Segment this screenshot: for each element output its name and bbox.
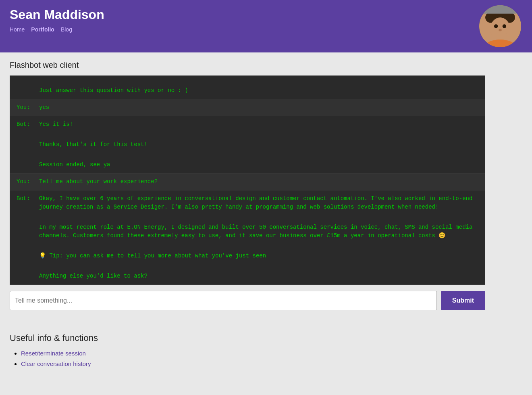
- chat-sender: Bot:: [17, 194, 39, 211]
- chat-continuation: Just answer this question with yes or no…: [17, 86, 478, 95]
- chat-text: Okay, I have over 6 years of experience …: [39, 194, 478, 211]
- svg-point-8: [494, 24, 498, 28]
- chat-window[interactable]: You: hi!Bot: Good day! What can I do for…: [10, 75, 485, 285]
- page-title: Flashbot web client: [10, 61, 522, 70]
- svg-point-9: [503, 24, 506, 28]
- chat-text: yes: [39, 103, 478, 112]
- useful-info-list: Reset/terminate session Clear conversati…: [10, 350, 522, 368]
- list-item: Reset/terminate session: [21, 350, 522, 357]
- chat-message: Bot: Welcome to basic testing! Just answ…: [10, 75, 485, 99]
- clear-history-link[interactable]: Clear conversation history: [21, 360, 91, 367]
- useful-info-section: Useful info & functions Reset/terminate …: [0, 333, 532, 368]
- chat-text: Tell me about your work experience?: [39, 178, 478, 186]
- nav-home[interactable]: Home: [10, 26, 25, 33]
- nav-portfolio[interactable]: Portfolio: [31, 26, 54, 33]
- chat-message: Bot: Yes it is! Thanks, that's it for th…: [10, 116, 485, 173]
- site-title: Sean Maddison: [10, 7, 522, 22]
- svg-rect-13: [479, 5, 521, 14]
- chat-continuation: 💡 Tip: you can ask me to tell you more a…: [17, 252, 478, 260]
- reset-session-link[interactable]: Reset/terminate session: [21, 350, 86, 357]
- chat-continuation: Anything else you'd like to ask?: [17, 272, 478, 280]
- svg-point-10: [499, 29, 502, 31]
- chat-message: Bot: Okay, I have over 6 years of experi…: [10, 190, 485, 285]
- list-item: Clear conversation history: [21, 360, 522, 368]
- chat-continuation: Session ended, see ya: [17, 161, 478, 169]
- header: Sean Maddison Home Portfolio Blog: [0, 0, 532, 52]
- avatar: [478, 4, 522, 48]
- chat-sender: Bot:: [17, 120, 39, 129]
- input-area: Submit: [10, 291, 485, 310]
- chat-sender: You:: [17, 178, 39, 186]
- chat-sender: You:: [17, 103, 39, 112]
- chat-text: Yes it is!: [39, 120, 478, 129]
- nav-blog[interactable]: Blog: [61, 26, 72, 33]
- useful-info-title: Useful info & functions: [10, 333, 522, 343]
- header-nav: Home Portfolio Blog: [10, 26, 522, 33]
- svg-point-11: [493, 32, 508, 40]
- avatar-image: [479, 4, 521, 48]
- avatar-container: [478, 4, 522, 48]
- chat-input[interactable]: [10, 291, 437, 310]
- chat-continuation: Thanks, that's it for this test!: [17, 140, 478, 149]
- chat-continuation: In my most recent role at E.ON Energy, I…: [17, 223, 478, 240]
- main-content: Flashbot web client You: hi!Bot: Good da…: [0, 52, 532, 318]
- chat-message: You: yes: [10, 99, 485, 116]
- submit-button[interactable]: Submit: [441, 291, 485, 310]
- chat-message: You: Tell me about your work experience?: [10, 173, 485, 190]
